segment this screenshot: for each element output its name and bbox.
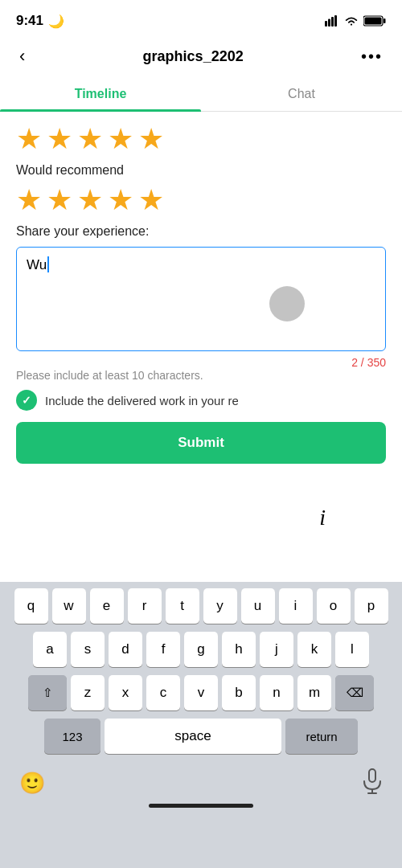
mic-button[interactable] <box>362 768 383 797</box>
key-p[interactable]: p <box>355 588 388 624</box>
svg-rect-0 <box>325 21 327 27</box>
star-3[interactable]: ★ <box>77 125 103 154</box>
back-button[interactable]: ‹ <box>13 43 31 70</box>
status-bar: 9:41 🌙 <box>0 0 402 35</box>
rec-star-2[interactable]: ★ <box>47 186 72 215</box>
keyboard-row-3: ⇧ z x c v b n m ⌫ <box>3 675 399 710</box>
keyboard-bottom-bar: 🙂 <box>3 762 399 800</box>
would-recommend-label: Would recommend <box>16 163 386 178</box>
tab-chat-label: Chat <box>288 87 315 100</box>
key-k[interactable]: k <box>297 632 331 667</box>
touch-indicator <box>269 286 305 321</box>
space-key[interactable]: space <box>105 719 281 754</box>
text-cursor <box>47 256 49 272</box>
svg-rect-3 <box>334 15 337 27</box>
key-a[interactable]: a <box>33 632 67 667</box>
tab-timeline-label: Timeline <box>75 87 127 100</box>
key-b[interactable]: b <box>222 675 256 710</box>
check-circle-icon: ✓ <box>16 390 37 411</box>
key-m[interactable]: m <box>297 675 331 710</box>
star-4[interactable]: ★ <box>108 125 133 154</box>
key-w[interactable]: w <box>52 588 86 624</box>
key-g[interactable]: g <box>184 632 218 667</box>
second-stars-row: ★ ★ ★ ★ ★ <box>16 186 386 215</box>
rec-star-5[interactable]: ★ <box>138 186 164 215</box>
status-time: 9:41 🌙 <box>16 13 64 29</box>
tab-timeline[interactable]: Timeline <box>0 77 201 111</box>
svg-rect-6 <box>365 18 382 25</box>
key-s[interactable]: s <box>71 632 105 667</box>
numbers-key[interactable]: 123 <box>44 719 100 754</box>
home-bar <box>149 804 253 808</box>
key-f[interactable]: f <box>146 632 180 667</box>
key-h[interactable]: h <box>222 632 256 667</box>
key-y[interactable]: y <box>203 588 237 624</box>
key-j[interactable]: j <box>260 632 293 667</box>
home-indicator <box>3 800 399 813</box>
content-area: ★ ★ ★ ★ ★ Would recommend ★ ★ ★ ★ ★ Shar… <box>0 112 402 477</box>
star-2[interactable]: ★ <box>47 125 72 154</box>
review-textarea[interactable]: Wu <box>16 247 386 351</box>
signal-icon <box>325 15 339 27</box>
share-experience-label: Share your experience: <box>16 224 386 239</box>
svg-rect-1 <box>328 19 330 27</box>
nav-bar: ‹ graphics_2202 ••• <box>0 35 402 77</box>
battery-icon <box>363 15 386 27</box>
tabs: Timeline Chat <box>0 77 402 112</box>
return-key[interactable]: return <box>285 719 358 754</box>
key-t[interactable]: t <box>166 588 199 624</box>
microphone-icon <box>362 768 383 794</box>
delete-key[interactable]: ⌫ <box>335 675 374 710</box>
key-r[interactable]: r <box>128 588 162 624</box>
key-c[interactable]: c <box>146 675 180 710</box>
submit-button[interactable]: Submit <box>16 422 386 464</box>
keyboard-row-4: 123 space return <box>3 719 399 754</box>
key-z[interactable]: z <box>71 675 105 710</box>
svg-rect-2 <box>331 17 334 27</box>
key-o[interactable]: o <box>317 588 351 624</box>
rec-star-3[interactable]: ★ <box>77 186 103 215</box>
key-v[interactable]: v <box>184 675 218 710</box>
wifi-icon <box>344 15 359 27</box>
key-d[interactable]: d <box>109 632 142 667</box>
textarea-value: Wu <box>27 257 47 272</box>
rec-star-4[interactable]: ★ <box>108 186 133 215</box>
tab-chat[interactable]: Chat <box>201 77 402 111</box>
key-q[interactable]: q <box>14 588 48 624</box>
time-label: 9:41 <box>16 13 43 29</box>
tooltip-i: i <box>319 505 326 530</box>
keyboard: q w e r t y u i o p a s d f g h j k l ⇧ … <box>0 582 402 868</box>
key-x[interactable]: x <box>109 675 142 710</box>
key-u[interactable]: u <box>241 588 275 624</box>
svg-rect-7 <box>369 769 375 782</box>
key-i[interactable]: i <box>279 588 313 624</box>
keyboard-row-1: q w e r t y u i o p <box>3 588 399 624</box>
star-5[interactable]: ★ <box>138 125 164 154</box>
svg-rect-5 <box>384 18 386 23</box>
more-button[interactable]: ••• <box>355 44 389 69</box>
emoji-button[interactable]: 🙂 <box>19 771 45 796</box>
include-work-row: ✓ Include the delivered work in your rev… <box>16 390 386 411</box>
key-l[interactable]: l <box>335 632 369 667</box>
char-count: 2 / 350 <box>16 356 386 369</box>
status-icons <box>325 15 386 27</box>
key-n[interactable]: n <box>260 675 293 710</box>
moon-icon: 🌙 <box>48 14 64 29</box>
first-stars-row: ★ ★ ★ ★ ★ <box>16 125 386 154</box>
checkmark-icon: ✓ <box>22 394 31 407</box>
hint-text: Please include at least 10 characters. <box>16 369 386 382</box>
page-title: graphics_2202 <box>143 48 244 65</box>
key-e[interactable]: e <box>90 588 124 624</box>
rec-star-1[interactable]: ★ <box>16 186 42 215</box>
shift-key[interactable]: ⇧ <box>28 675 67 710</box>
textarea-content: Wu <box>27 256 375 275</box>
check-label-text: Include the delivered work in your revie… <box>45 394 238 407</box>
star-1[interactable]: ★ <box>16 125 42 154</box>
keyboard-row-2: a s d f g h j k l <box>3 632 399 667</box>
